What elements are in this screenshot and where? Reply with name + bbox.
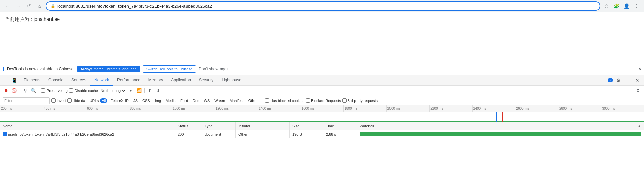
wifi-icon[interactable]: 📶	[136, 87, 142, 94]
file-icon	[3, 132, 7, 136]
console-badge: 2	[608, 78, 613, 82]
throttle-select[interactable]: No throttling	[99, 88, 126, 93]
home-button[interactable]: ⌂	[35, 1, 44, 11]
filter-manifest-button[interactable]: Manifest	[228, 98, 245, 103]
devtools-notification: ℹ DevTools is now available in Chinese! …	[0, 63, 644, 75]
blocked-cookies-label[interactable]: Has blocked cookies	[265, 98, 304, 103]
inspect-icon[interactable]: ⬚	[1, 76, 9, 84]
blocked-requests-checkbox[interactable]	[306, 98, 310, 103]
third-party-checkbox[interactable]	[342, 98, 347, 103]
close-devtools-button[interactable]: ✕	[633, 76, 641, 84]
filter-icon[interactable]: ⚲	[22, 87, 29, 94]
ruler-mark-3: 800 ms	[129, 105, 172, 112]
disable-cache-label[interactable]: Disable cache	[69, 88, 98, 93]
always-match-button[interactable]: Always match Chrome's language	[77, 66, 140, 72]
settings-icon[interactable]: ⚙	[614, 76, 622, 84]
ruler-mark-14: 3000 ms	[601, 105, 644, 112]
filter-fetch-button[interactable]: Fetch/XHR	[109, 98, 130, 103]
third-party-label[interactable]: 3rd-party requests	[342, 98, 378, 103]
ruler-mark-10: 2200 ms	[429, 105, 472, 112]
timeline-green-bar	[0, 121, 644, 122]
hide-data-urls-label[interactable]: Hide data URLs	[67, 98, 99, 103]
tab-sources[interactable]: Sources	[67, 75, 90, 86]
notification-text: DevTools is now available in Chinese!	[7, 67, 75, 71]
devtools-tab-items: Elements Console Sources Network Perform…	[20, 75, 608, 86]
forward-button[interactable]: →	[13, 1, 23, 11]
timeline-area: 200 ms 400 ms 600 ms 800 ms 1000 ms 1200…	[0, 105, 644, 122]
timeline-red-line	[502, 112, 503, 122]
hide-data-urls-checkbox[interactable]	[67, 98, 72, 103]
header-name[interactable]: Name	[0, 122, 175, 130]
back-button[interactable]: ←	[3, 1, 12, 11]
export-button[interactable]: ⬇	[155, 87, 162, 94]
page-content: 当前用户为：jonathanLee	[0, 12, 644, 63]
clear-button[interactable]: 🚫	[11, 87, 18, 94]
filter-js-button[interactable]: JS	[132, 98, 139, 103]
reload-button[interactable]: ↺	[24, 1, 34, 11]
filter-doc-button[interactable]: Doc	[191, 98, 201, 103]
tab-security[interactable]: Security	[195, 75, 217, 86]
filter-media-button[interactable]: Media	[164, 98, 177, 103]
stop-recording-button[interactable]: ⏺	[3, 87, 9, 94]
more-options-icon[interactable]: ⋮	[624, 76, 632, 84]
browser-chrome: ← → ↺ ⌂ 🔒 localhost:8081/userInfo?token=…	[0, 0, 644, 12]
preserve-log-label[interactable]: Preserve log	[41, 88, 68, 93]
tab-application[interactable]: Application	[167, 75, 195, 86]
filter-other-button[interactable]: Other	[247, 98, 260, 103]
cell-size: 190 B	[290, 130, 323, 138]
switch-devtools-button[interactable]: Switch DevTools to Chinese	[143, 65, 196, 73]
dont-show-again-link[interactable]: Don't show again	[199, 67, 230, 71]
menu-button[interactable]: ⋮	[632, 1, 641, 11]
invert-label[interactable]: Invert	[51, 98, 66, 103]
filter-css-button[interactable]: CSS	[141, 98, 152, 103]
search-button[interactable]: 🔍	[30, 87, 37, 94]
cell-time: 2.88 s	[323, 130, 357, 138]
tab-lighthouse[interactable]: Lighthouse	[217, 75, 245, 86]
cell-initiator: Other	[236, 130, 290, 138]
table-header: Name Status Type Initiator Size Time Wat…	[0, 122, 644, 130]
tab-elements[interactable]: Elements	[20, 75, 44, 86]
extensions-button[interactable]: 🧩	[612, 1, 621, 11]
filter-all-button[interactable]: All	[100, 98, 107, 103]
header-type[interactable]: Type	[202, 122, 236, 130]
tab-memory[interactable]: Memory	[144, 75, 167, 86]
disable-cache-checkbox[interactable]	[69, 88, 73, 93]
device-toolbar-icon[interactable]: 📱	[10, 76, 18, 84]
tab-performance[interactable]: Performance	[113, 75, 144, 86]
notification-close-button[interactable]: ×	[638, 66, 641, 72]
preserve-log-checkbox[interactable]	[41, 88, 45, 93]
blocked-cookies-checkbox[interactable]	[265, 98, 269, 103]
header-initiator[interactable]: Initiator	[236, 122, 290, 130]
invert-checkbox[interactable]	[51, 98, 56, 103]
settings-toolbar-icon[interactable]: ⚙	[635, 87, 641, 94]
import-button[interactable]: ⬆	[147, 87, 154, 94]
throttle-dropdown-icon[interactable]: ▾	[128, 87, 134, 94]
ruler-mark-4: 1000 ms	[172, 105, 215, 112]
cell-status: 200	[175, 130, 202, 138]
ruler-mark-12: 2600 ms	[515, 105, 558, 112]
address-bar[interactable]: 🔒 localhost:8081/userInfo?token=token_7a…	[46, 1, 600, 11]
profile-button[interactable]: 👤	[622, 1, 631, 11]
filter-img-button[interactable]: Img	[153, 98, 163, 103]
header-waterfall[interactable]: Waterfall ▲	[357, 122, 644, 130]
table-row[interactable]: userInfo?token=token_7a4bf3f3-c21b-44a3-…	[0, 130, 644, 138]
ruler-mark-1: 400 ms	[43, 105, 86, 112]
separator-2	[39, 88, 39, 93]
lock-icon: 🔒	[50, 4, 55, 8]
waterfall-bar	[360, 132, 641, 136]
header-size[interactable]: Size	[290, 122, 323, 130]
tab-network[interactable]: Network	[90, 75, 113, 86]
header-status[interactable]: Status	[175, 122, 202, 130]
bookmark-button[interactable]: ☆	[602, 1, 611, 11]
filter-wasm-button[interactable]: Wasm	[213, 98, 227, 103]
filter-font-button[interactable]: Font	[179, 98, 190, 103]
filter-input[interactable]	[3, 97, 50, 104]
blocked-requests-label[interactable]: Blocked Requests	[306, 98, 341, 103]
header-time[interactable]: Time	[323, 122, 357, 130]
sort-arrow-icon: ▲	[638, 124, 641, 128]
devtools-toolbar: ⏺ 🚫 ⚲ 🔍 Preserve log Disable cache No th…	[0, 86, 644, 96]
timeline-content[interactable]	[0, 112, 644, 122]
filter-ws-button[interactable]: WS	[202, 98, 212, 103]
tab-console[interactable]: Console	[44, 75, 67, 86]
timeline-ruler: 200 ms 400 ms 600 ms 800 ms 1000 ms 1200…	[0, 105, 644, 112]
